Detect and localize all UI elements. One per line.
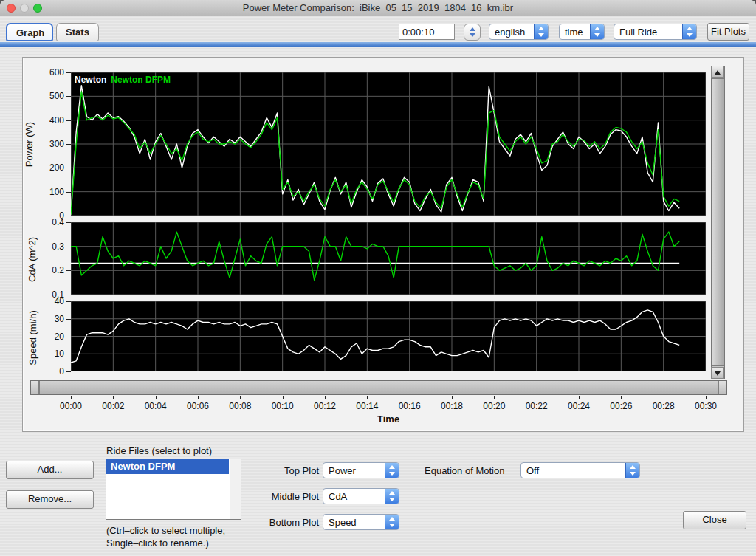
window-title: Power Meter Comparison: iBike_05_15_2019… — [0, 2, 756, 13]
x-tick-label: 00:06 — [181, 401, 215, 411]
fit-plots-button[interactable]: Fit Plots — [707, 23, 749, 41]
title-bar: Power Meter Comparison: iBike_05_15_2019… — [0, 0, 756, 16]
middle-plot-label: Middle Plot — [264, 491, 319, 502]
list-scrollbar[interactable] — [230, 459, 241, 519]
y-tick-label: 600 — [23, 67, 64, 78]
scroll-up-button[interactable] — [711, 66, 724, 78]
bottom-plot-select[interactable]: Speed — [323, 514, 399, 530]
combo-arrows-icon — [534, 24, 548, 39]
stepper-down-icon[interactable] — [470, 33, 475, 37]
x-tick-mark — [283, 396, 284, 399]
combo-arrows-icon — [385, 515, 399, 529]
x-tick-mark — [156, 396, 157, 399]
y-tick-label: 0 — [23, 366, 64, 377]
x-axis-title: Time — [377, 413, 399, 425]
x-tick-mark — [579, 396, 580, 399]
y-tick-label: 200 — [23, 162, 64, 173]
y-tick-label: 500 — [23, 91, 64, 101]
x-tick-label: 00:12 — [308, 401, 342, 411]
y-tick-mark — [66, 72, 71, 73]
time-window-input[interactable] — [399, 24, 455, 40]
legend-newton-dfpm: Newton DFPM — [111, 75, 171, 85]
horizontal-scrollbar-thumb[interactable] — [39, 381, 718, 394]
x-tick-mark — [664, 396, 664, 399]
x-tick-mark — [325, 396, 326, 399]
y-tick-mark — [66, 354, 71, 354]
equation-of-motion-select[interactable]: Off — [520, 462, 640, 478]
y-tick-label: 300 — [23, 139, 64, 149]
x-tick-mark — [240, 396, 241, 399]
time-window-stepper[interactable] — [464, 24, 481, 41]
y-tick-mark — [66, 120, 71, 121]
cda-chart[interactable] — [71, 222, 706, 295]
power-chart[interactable] — [71, 72, 706, 216]
app-window: Power Meter Comparison: iBike_05_15_2019… — [0, 0, 756, 556]
speed-chart[interactable] — [71, 301, 706, 371]
ride-files-label: Ride Files (select to plot) — [106, 445, 212, 456]
y-tick-label: 30 — [23, 314, 64, 324]
y-tick-mark — [66, 337, 71, 337]
bottom-plot-label: Bottom Plot — [262, 517, 319, 528]
close-button[interactable]: Close — [683, 511, 746, 529]
tab-stats[interactable]: Stats — [56, 23, 99, 41]
top-plot-label: Top Plot — [279, 465, 319, 476]
x-tick-label: 00:16 — [393, 401, 427, 411]
ride-range-select[interactable]: Full Ride — [614, 24, 697, 40]
units-select[interactable]: english — [489, 24, 549, 40]
list-item[interactable]: Newton DFPM — [106, 459, 229, 474]
y-tick-mark — [66, 295, 71, 295]
equation-of-motion-label: Equation of Motion — [425, 465, 504, 476]
x-tick-mark — [452, 396, 453, 399]
x-tick-mark — [706, 396, 707, 399]
plot-panel: Power (W) CdA (m^2) Speed (mi/h) NewtonN… — [22, 57, 744, 432]
legend-newton: Newton — [75, 75, 106, 85]
combo-arrows-icon — [385, 489, 399, 504]
x-tick-label: 00:18 — [435, 401, 469, 411]
ride-files-list[interactable]: Newton DFPM — [106, 459, 241, 520]
tab-graph[interactable]: Graph — [6, 23, 53, 41]
x-axis-mode-select[interactable]: time — [559, 24, 605, 40]
combo-arrows-icon — [385, 463, 399, 478]
x-tick-label: 00:00 — [54, 401, 88, 411]
y-tick-label: 10 — [23, 349, 64, 359]
horizontal-scrollbar[interactable] — [30, 380, 727, 395]
bottom-plot-value: Speed — [329, 517, 357, 528]
vertical-scrollbar-thumb[interactable] — [712, 78, 724, 366]
units-select-value: english — [495, 27, 525, 38]
y-tick-mark — [66, 371, 71, 372]
stepper-up-icon[interactable] — [470, 27, 475, 31]
combo-arrows-icon — [625, 463, 639, 478]
power-chart-plot — [71, 72, 706, 216]
x-tick-mark — [410, 396, 410, 399]
x-tick-mark — [494, 396, 495, 399]
tab-pane-edge — [0, 42, 756, 47]
combo-arrows-icon — [682, 24, 696, 39]
y-tick-mark — [66, 192, 71, 193]
equation-of-motion-value: Off — [526, 465, 539, 476]
middle-plot-select[interactable]: CdA — [323, 488, 399, 504]
y-tick-mark — [66, 168, 71, 168]
x-tick-label: 00:24 — [562, 401, 596, 411]
middle-plot-value: CdA — [329, 491, 347, 502]
remove-button[interactable]: Remove... — [6, 490, 94, 509]
y-tick-label: 0.3 — [23, 241, 64, 252]
combo-arrows-icon — [590, 24, 604, 39]
hscroll-left-cap[interactable] — [31, 381, 39, 394]
hscroll-right-cap[interactable] — [718, 381, 726, 394]
x-tick-label: 00:08 — [223, 401, 257, 411]
y-tick-label: 400 — [23, 115, 64, 126]
x-tick-label: 00:10 — [266, 401, 300, 411]
vertical-scrollbar[interactable] — [711, 66, 725, 379]
x-tick-mark — [537, 396, 537, 399]
y-tick-mark — [66, 144, 71, 145]
add-button[interactable]: Add... — [6, 461, 94, 479]
y-tick-mark — [66, 216, 71, 216]
speed-chart-plot — [71, 301, 706, 371]
y-tick-mark — [66, 247, 71, 247]
scroll-down-button[interactable] — [711, 367, 724, 379]
y-tick-mark — [66, 222, 71, 223]
top-plot-select[interactable]: Power — [323, 462, 399, 478]
y-tick-label: 20 — [23, 332, 64, 342]
y-tick-mark — [66, 96, 71, 97]
x-tick-label: 00:20 — [477, 401, 511, 411]
